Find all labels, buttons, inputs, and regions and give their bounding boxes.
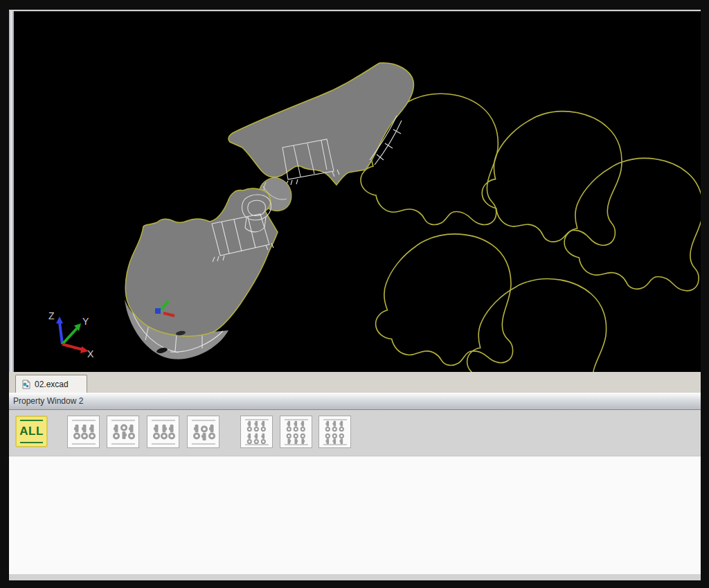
- document-tab-bar: 02.excad: [9, 372, 701, 393]
- nest-pattern-row-middle-mirrored-button[interactable]: [147, 416, 179, 448]
- nesting-toolbar: ALL: [9, 410, 701, 456]
- window-edge-strip: [9, 11, 14, 372]
- nest-pattern-grid-bottom-flipped-button[interactable]: [280, 416, 312, 448]
- property-window-header: Property Window 2: [9, 393, 701, 410]
- cad-application-window: Z Y X 02.excad Property Window 2 ALL: [9, 10, 701, 580]
- sole-model-lower: [125, 188, 278, 359]
- 3d-viewport-canvas[interactable]: Z Y X: [14, 11, 701, 373]
- nest-pattern-grid-bottom-rotated-button[interactable]: [318, 416, 351, 448]
- all-results-button[interactable]: ALL: [15, 416, 48, 447]
- axis-label-y: Y: [82, 316, 89, 327]
- nest-pattern-row-middle-flipped-button[interactable]: [107, 416, 139, 448]
- property-window-title: Property Window 2: [13, 396, 83, 406]
- nesting-outline-contours: [361, 93, 701, 373]
- tab-label: 02.excad: [35, 380, 69, 389]
- axis-label-x: X: [87, 348, 94, 359]
- axis-label-z: Z: [48, 310, 55, 321]
- nest-pattern-row-middle-rotated-button[interactable]: [187, 416, 219, 448]
- nesting-results-panel: Yield Rate:54.463487% Material lost:45.5…: [9, 456, 701, 574]
- axis-triad: Z Y X: [48, 310, 94, 359]
- nest-pattern-row-uniform-button[interactable]: [67, 416, 100, 448]
- excad-file-icon: [21, 380, 31, 389]
- tab-02-excad[interactable]: 02.excad: [15, 375, 87, 393]
- nest-pattern-grid-uniform-button[interactable]: [240, 416, 273, 448]
